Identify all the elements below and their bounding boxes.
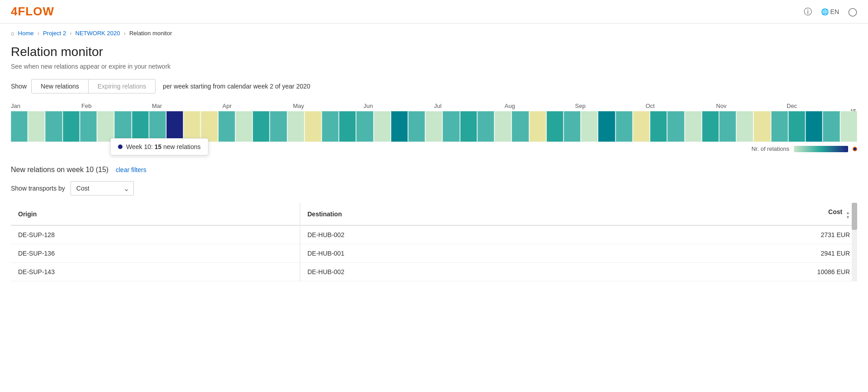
show-transports-row: Show transports by Cost Volume Weight ⌄ [11,181,857,196]
tooltip-dot [118,145,123,149]
heatmap-cell-w21[interactable] [356,111,373,142]
heatmap-cell-w26[interactable] [443,111,459,142]
heatmap-cell-w32[interactable] [547,111,563,142]
heatmap-cell-w25[interactable] [425,111,442,142]
heatmap-cell-w30[interactable] [512,111,528,142]
legend-active-dot [853,147,857,151]
heatmap-tooltip: Week 10: 15 new relations [110,138,208,155]
month-aug: Aug [505,103,575,109]
breadcrumb-project[interactable]: Project 2 [43,30,66,37]
heatmap-cell-w12[interactable] [201,111,217,142]
heatmap-container: 15 [11,111,857,142]
cost-select-wrapper: Cost Volume Weight ⌄ [71,181,134,196]
heatmap-row[interactable] [11,111,857,142]
show-label: Show [11,83,27,90]
new-relations-button[interactable]: New relations [32,79,89,93]
heatmap-cell-w44[interactable] [754,111,770,142]
heatmap-cell-w6[interactable] [97,111,114,142]
toggle-group: New relations Expiring relations [31,79,156,93]
cell-destination-1: DE-HUB-001 [300,244,591,263]
language-selector[interactable]: 🌐 EN [821,8,839,15]
heatmap-cell-w43[interactable] [736,111,753,142]
cell-cost-2: 10086 EUR [591,263,857,281]
heatmap-cell-w16[interactable] [270,111,287,142]
month-nov: Nov [716,103,787,109]
clear-filters-link[interactable]: clear filters [116,166,146,173]
heatmap-cell-w46[interactable] [788,111,805,142]
heatmap-cell-w17[interactable] [288,111,304,142]
heatmap-cell-w39[interactable] [667,111,684,142]
scrollbar-thumb[interactable] [852,203,857,230]
logo: 4FLOW [11,5,54,19]
sort-up-icon: ▲ [846,211,850,215]
heatmap-cell-w27[interactable] [460,111,477,142]
heatmap-cell-w41[interactable] [702,111,719,142]
heatmap-cell-w34[interactable] [581,111,598,142]
globe-icon: 🌐 [821,8,829,15]
sort-icons[interactable]: ▲ ▼ [846,211,850,219]
filter-section: New relations on week 10 (15) clear filt… [11,166,857,174]
heatmap-cell-w37[interactable] [633,111,650,142]
breadcrumb-sep-3: › [124,30,126,37]
heatmap-cell-w11[interactable] [184,111,200,142]
heatmap-cell-w9[interactable] [149,111,166,142]
cell-origin-2: DE-SUP-143 [11,263,300,281]
breadcrumb-network[interactable]: NETWORK 2020 [75,30,120,37]
heatmap-cell-w20[interactable] [339,111,356,142]
heatmap-cell-w19[interactable] [322,111,339,142]
show-transports-label: Show transports by [11,185,65,192]
heatmap-cell-w15[interactable] [253,111,269,142]
user-icon[interactable]: ◯ [848,7,857,17]
heatmap-cell-w40[interactable] [685,111,702,142]
heatmap-cell-w29[interactable] [495,111,511,142]
heatmap-cell-w35[interactable] [598,111,615,142]
heatmap-cell-w24[interactable] [408,111,425,142]
heatmap-cell-w22[interactable] [374,111,391,142]
heatmap-cell-w45[interactable] [771,111,788,142]
heatmap-cell-w2[interactable] [28,111,45,142]
table-row: DE-SUP-143 DE-HUB-002 10086 EUR [11,263,857,281]
heatmap-cell-w33[interactable] [564,111,580,142]
heatmap-cell-w23[interactable] [391,111,408,142]
expiring-relations-button[interactable]: Expiring relations [89,79,155,93]
heatmap-cell-w38[interactable] [650,111,667,142]
heatmap-cell-w49[interactable] [840,111,857,142]
cost-select[interactable]: Cost Volume Weight [71,181,134,196]
heatmap-cell-w8[interactable] [132,111,149,142]
main-content: Relation monitor See when new relations … [0,40,868,292]
heatmap-cell-w18[interactable] [305,111,321,142]
heatmap-cell-w1[interactable] [11,111,28,142]
table-row: DE-SUP-136 DE-HUB-001 2941 EUR [11,244,857,263]
month-apr: Apr [222,103,293,109]
month-mar: Mar [152,103,222,109]
heatmap-cell-w31[interactable] [529,111,546,142]
month-jan: Jan [11,103,81,109]
heatmap-cell-w5[interactable] [80,111,97,142]
help-icon[interactable]: ⓘ [804,6,812,17]
filter-title: New relations on week 10 (15) [11,166,108,173]
heatmap-cell-w47[interactable] [806,111,822,142]
chart-area: Jan Feb Mar Apr May Jun Jul Aug Sep Oct … [11,103,857,152]
heatmap-cell-w7[interactable] [114,111,131,142]
header-actions: ⓘ 🌐 EN ◯ [804,6,857,17]
heatmap-cell-w28[interactable] [477,111,494,142]
show-period: per week starting from calendar week 2 o… [163,83,310,90]
heatmap-cell-w48[interactable] [823,111,840,142]
heatmap-cell-w42[interactable] [719,111,736,142]
breadcrumb-sep-1: › [38,30,39,37]
col-origin: Origin [11,203,300,225]
heatmap-cell-w3[interactable] [45,111,62,142]
breadcrumb: ⌂ Home › Project 2 › NETWORK 2020 › Rela… [0,23,868,40]
scrollbar-track[interactable] [852,203,857,281]
heatmap-cell-w10[interactable] [166,111,183,142]
heatmap-cell-w13[interactable] [218,111,235,142]
col-destination: Destination [300,203,591,225]
heatmap-cell-w14[interactable] [236,111,252,142]
nr-of-relations-label: Nr. of relations [751,145,789,152]
cell-cost-1: 2941 EUR [591,244,857,263]
table-header-row: Origin Destination Cost ▲ ▼ [11,203,857,225]
heatmap-cell-w4[interactable] [63,111,80,142]
heatmap-cell-w36[interactable] [616,111,632,142]
breadcrumb-home[interactable]: Home [18,30,34,37]
month-may: May [293,103,363,109]
